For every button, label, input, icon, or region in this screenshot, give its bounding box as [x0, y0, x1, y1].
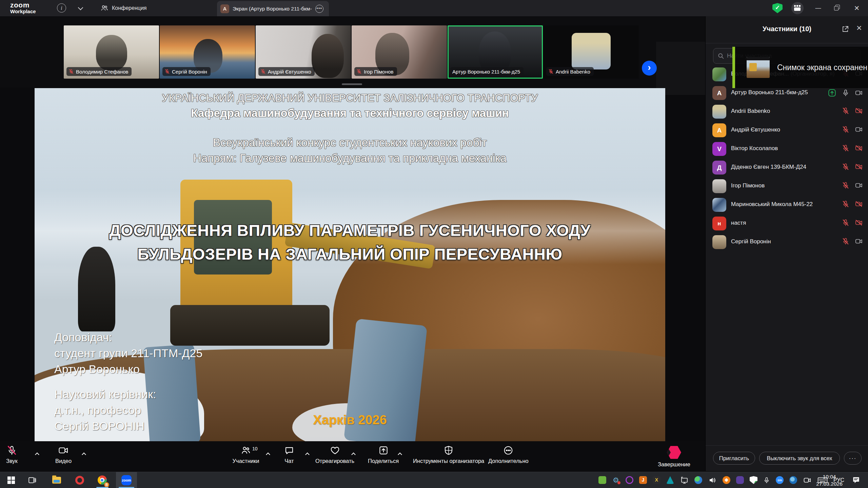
- video-options-chevron[interactable]: [82, 452, 86, 457]
- chat-chevron[interactable]: [305, 452, 310, 457]
- end-meeting-button[interactable]: ✕ Завершение: [658, 446, 690, 468]
- system-tray: ⚙ J X ✱ ✓ zm Р: [598, 472, 844, 488]
- slide-title-line1: ДОСЛІДЖЕННЯ ВПЛИВУ ПАРАМЕТРІВ ГУСЕНИЧНОГ…: [35, 221, 665, 240]
- apps-button[interactable]: [791, 2, 804, 14]
- volume-icon[interactable]: [708, 476, 717, 484]
- end-meeting-icon: ✕: [667, 446, 681, 459]
- participant-row[interactable]: А Андрій Євтушенко: [706, 121, 868, 140]
- start-button[interactable]: [3, 472, 19, 488]
- x-app-icon[interactable]: X: [653, 476, 660, 484]
- mute-all-button[interactable]: Выключить звук для всех: [759, 452, 840, 465]
- camera-off-icon: [855, 219, 863, 226]
- nvidia-icon[interactable]: [598, 476, 606, 484]
- participant-row[interactable]: н настя: [706, 214, 868, 233]
- gamepad-icon[interactable]: [736, 476, 744, 484]
- zoom-app-icon: zoom: [121, 475, 132, 485]
- chrome-button[interactable]: B: [94, 472, 110, 488]
- slide-direction-line: Напрям: Галузеве машинобудування та прик…: [35, 152, 665, 165]
- screenshot-thumbnail[interactable]: [747, 57, 770, 78]
- file-explorer-button[interactable]: [49, 472, 64, 488]
- footer-more-button[interactable]: ···: [844, 452, 862, 465]
- search-icon: [717, 53, 724, 59]
- settings-gear-icon[interactable]: ⚙: [612, 476, 620, 484]
- slide-art-bulldozer-tracks: [170, 305, 330, 346]
- title-bar: zoom Workplace i Конференция А Экран (Ар…: [0, 0, 868, 16]
- audio-options-chevron[interactable]: [35, 452, 39, 457]
- sync-app-icon[interactable]: [789, 476, 797, 484]
- avatar: [712, 198, 726, 212]
- participant-row[interactable]: Мариновський Микола М45-22: [706, 196, 868, 214]
- tab-screen-share[interactable]: А Экран (Артур Воронько 211-бкм- •••: [217, 1, 329, 16]
- clock-time: 10:04: [813, 473, 846, 481]
- video-tile-active-speaker[interactable]: Артур Воронько 211-бкм-д25: [448, 25, 543, 79]
- participant-row[interactable]: Andrii Babenko: [706, 102, 868, 121]
- camera-off-icon: [855, 144, 863, 152]
- participant-row[interactable]: Д Діденко Євген 139-БКМ-Д24: [706, 158, 868, 177]
- participant-silhouette: [312, 34, 344, 78]
- recorder-icon[interactable]: [626, 476, 633, 484]
- participants-button[interactable]: Участники 10: [231, 445, 261, 464]
- meeting-info-icon[interactable]: i: [57, 3, 66, 13]
- file-explorer-icon: [52, 477, 61, 484]
- avast-icon[interactable]: ✱: [723, 476, 730, 484]
- defender-shield-icon[interactable]: ✓: [750, 476, 757, 484]
- zoom-tray-icon[interactable]: zm: [776, 476, 784, 484]
- filmstrip-drag-handle[interactable]: [342, 83, 362, 85]
- chat-button[interactable]: Чат: [284, 445, 294, 464]
- invite-button[interactable]: Пригласить: [713, 452, 755, 465]
- react-button[interactable]: Отреагировать: [315, 445, 354, 464]
- security-shield-icon[interactable]: ✓: [772, 3, 783, 13]
- shared-screen-slide: УКРАЇНСЬКИЙ ДЕРЖАВНИЙ УНІВЕРСИТЕТ ЗАЛІЗН…: [35, 88, 665, 441]
- close-button[interactable]: ✕: [849, 0, 865, 16]
- participant-name: Артур Воронько 211-бкм-д25: [731, 89, 808, 96]
- taskbar-clock[interactable]: 10:04 27.03.2026: [813, 473, 846, 488]
- video-tile[interactable]: Андрій Євтушенко: [256, 25, 351, 79]
- close-panel-icon[interactable]: ✕: [856, 24, 862, 32]
- mic-muted-icon: [842, 126, 849, 133]
- network-display-icon[interactable]: [680, 476, 689, 484]
- globe-icon[interactable]: [694, 476, 702, 484]
- video-filmstrip: Володимир Стефанов Сергій Воронін Андрій…: [0, 16, 705, 87]
- opera-button[interactable]: [72, 472, 87, 488]
- video-tile[interactable]: Andrii Babenko: [544, 25, 639, 79]
- participant-row[interactable]: Сергій Воронін: [706, 233, 868, 251]
- avatar: А: [712, 86, 726, 100]
- pop-out-icon[interactable]: [841, 25, 849, 33]
- participant-name: Сергій Воронін: [172, 69, 207, 75]
- video-tile[interactable]: Володимир Стефанов: [64, 25, 159, 79]
- video-tile[interactable]: Ігор Пімонов: [352, 25, 447, 79]
- tab-more-icon[interactable]: •••: [315, 5, 323, 13]
- minimize-button[interactable]: —: [810, 0, 826, 16]
- chrome-profile-badge: B: [104, 482, 109, 487]
- participant-row[interactable]: V Віктор Косолапов: [706, 140, 868, 158]
- apps-grid-icon: [794, 5, 801, 11]
- audio-button[interactable]: Звук: [6, 445, 18, 464]
- tab-meeting[interactable]: Конференция: [100, 3, 147, 14]
- action-center-button[interactable]: [848, 472, 865, 488]
- mic-on-icon: [842, 89, 849, 97]
- screenshot-saved-toast: Снимок экрана сохранен: [732, 47, 868, 88]
- mic-muted-icon: [164, 69, 170, 74]
- java-icon[interactable]: J: [639, 476, 647, 484]
- next-page-button[interactable]: ›: [642, 61, 657, 76]
- tray-camera-icon[interactable]: [803, 476, 812, 484]
- video-button[interactable]: Видео: [55, 445, 72, 464]
- participants-chevron[interactable]: [266, 452, 270, 457]
- participant-silhouette: [96, 35, 127, 70]
- participant-name: Віктор Косолапов: [731, 145, 778, 151]
- mic-muted-icon: [842, 238, 849, 245]
- teal-app-icon[interactable]: [666, 476, 674, 484]
- video-tile[interactable]: Сергій Воронін: [160, 25, 255, 79]
- task-view-button[interactable]: [24, 472, 40, 488]
- tray-microphone-icon[interactable]: [763, 476, 770, 484]
- participant-name: Andrii Babenko: [731, 108, 770, 114]
- chevron-down-icon[interactable]: [78, 5, 83, 11]
- zoom-app-button[interactable]: zoom: [116, 472, 137, 488]
- share-button[interactable]: Поделиться: [368, 445, 399, 464]
- participant-name: Артур Воронько 211-бкм-д25: [452, 69, 520, 75]
- share-label: Поделиться: [368, 458, 399, 464]
- more-button[interactable]: Дополнительно: [488, 445, 529, 464]
- participant-row[interactable]: Ігор Пімонов: [706, 177, 868, 196]
- restore-button[interactable]: [829, 0, 845, 16]
- host-tools-button[interactable]: Инструменты организатора: [413, 445, 484, 464]
